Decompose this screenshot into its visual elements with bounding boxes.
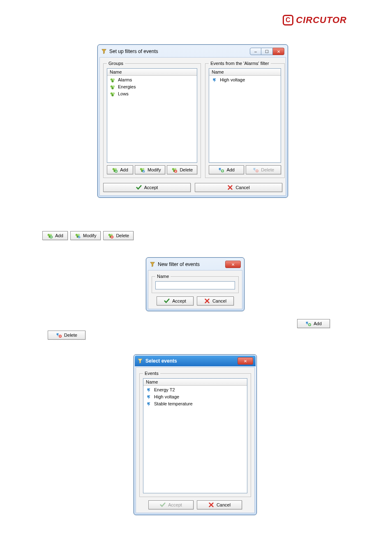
float-delete-button-wrap: Delete xyxy=(48,331,85,340)
window-maximize-button[interactable]: ☐ xyxy=(261,48,273,55)
groups-header[interactable]: Name xyxy=(107,69,197,76)
check-icon xyxy=(136,185,142,190)
svg-point-4 xyxy=(113,85,115,87)
name-fieldset: Name xyxy=(152,274,239,293)
svg-point-13 xyxy=(140,168,142,170)
new-filter-window: New filter of events ✕ Name Accept Cance… xyxy=(146,257,244,311)
funnel-icon xyxy=(101,49,107,54)
groups-fieldset: Groups Name Alarms Energies xyxy=(103,61,201,178)
window-title: Select events xyxy=(145,358,177,364)
cancel-button[interactable]: Cancel xyxy=(197,296,234,305)
cancel-button[interactable]: Cancel xyxy=(195,183,282,192)
event-icon xyxy=(146,401,152,407)
event-icon xyxy=(212,77,217,83)
list-item[interactable]: Energies xyxy=(109,83,195,90)
svg-point-8 xyxy=(111,94,113,96)
svg-point-0 xyxy=(111,78,113,80)
event-icon xyxy=(146,394,152,400)
events-add-icon xyxy=(305,321,311,326)
toolbar-buttons: Add Modify Delete xyxy=(42,231,134,240)
events-listbox[interactable]: Name High voltage xyxy=(209,68,281,163)
select-events-list-body: Energy T2 High voltage Stable temperatur… xyxy=(143,386,247,408)
svg-point-28 xyxy=(78,234,80,236)
list-item[interactable]: Lows xyxy=(109,90,195,97)
funnel-icon xyxy=(150,261,155,267)
add-icon xyxy=(47,233,53,238)
svg-point-23 xyxy=(48,234,50,236)
window-close-button[interactable]: ✕ xyxy=(225,261,241,268)
name-legend: Name xyxy=(155,274,171,279)
delete-icon xyxy=(108,233,113,238)
svg-point-10 xyxy=(115,168,117,170)
groups-delete-button[interactable]: Delete xyxy=(167,165,197,174)
groups-list-body: Alarms Energies Lows xyxy=(107,76,197,98)
svg-point-27 xyxy=(76,234,78,236)
delete-icon xyxy=(171,167,177,173)
svg-point-3 xyxy=(111,85,113,87)
svg-point-31 xyxy=(108,234,111,236)
group-icon xyxy=(110,84,115,90)
svg-point-5 xyxy=(111,87,113,89)
groups-add-button[interactable]: Add xyxy=(107,165,133,174)
accept-button[interactable]: Accept xyxy=(157,296,194,305)
svg-point-17 xyxy=(172,168,174,170)
funnel-icon xyxy=(137,358,143,364)
accept-button[interactable]: Accept xyxy=(103,183,191,192)
svg-point-1 xyxy=(113,78,115,80)
x-icon xyxy=(208,502,214,508)
svg-point-6 xyxy=(111,92,113,94)
brand-logo-mark: C xyxy=(283,15,293,25)
events-list-body: High voltage xyxy=(209,76,281,84)
add-icon xyxy=(112,167,118,173)
brand-logo: C CIRCUTOR xyxy=(283,15,347,25)
float-add-button[interactable]: Add xyxy=(297,319,330,328)
titlebar[interactable]: Select events ✕ xyxy=(135,356,256,366)
events-delete-icon xyxy=(253,167,258,173)
toolbar-modify-button[interactable]: Modify xyxy=(70,231,101,240)
titlebar[interactable]: New filter of events ✕ xyxy=(148,259,242,270)
svg-point-18 xyxy=(174,168,176,170)
check-icon xyxy=(164,298,170,304)
select-events-window: Select events ✕ Events Name Energy T2 Hi… xyxy=(134,354,257,515)
svg-point-24 xyxy=(50,234,52,236)
events-add-icon xyxy=(218,167,224,173)
window-title: Set up filters of events xyxy=(109,49,158,54)
select-events-header[interactable]: Name xyxy=(143,379,247,386)
list-item[interactable]: Alarms xyxy=(109,76,195,83)
cancel-button[interactable]: Cancel xyxy=(197,500,242,509)
toolbar-delete-button[interactable]: Delete xyxy=(103,231,134,240)
events-delete-button[interactable]: Delete xyxy=(246,165,281,174)
events-legend: Events from the 'Alarms' filter xyxy=(209,61,270,66)
float-add-button-wrap: Add xyxy=(297,319,330,328)
events-fieldset: Events Name Energy T2 High voltage Stabl… xyxy=(139,371,251,497)
modify-icon xyxy=(139,167,145,173)
select-events-listbox[interactable]: Name Energy T2 High voltage Stable tempe… xyxy=(143,378,247,493)
modify-icon xyxy=(75,233,81,238)
brand-logo-text: CIRCUTOR xyxy=(296,15,347,25)
window-close-button[interactable]: ✕ xyxy=(238,357,253,365)
svg-point-7 xyxy=(113,92,115,94)
events-delete-icon xyxy=(56,332,62,338)
list-item[interactable]: Stable temperature xyxy=(145,400,245,407)
groups-legend: Groups xyxy=(107,61,125,66)
x-icon xyxy=(204,298,210,304)
events-add-button[interactable]: Add xyxy=(209,165,244,174)
titlebar[interactable]: Set up filters of events – ☐ ✕ xyxy=(99,46,286,57)
group-icon xyxy=(110,77,115,83)
svg-point-2 xyxy=(111,80,113,82)
window-title: New filter of events xyxy=(158,261,200,267)
float-delete-button[interactable]: Delete xyxy=(48,331,85,340)
toolbar-add-button[interactable]: Add xyxy=(42,231,68,240)
window-close-button[interactable]: ✕ xyxy=(273,48,284,55)
name-input[interactable] xyxy=(155,281,235,289)
list-item[interactable]: Energy T2 xyxy=(145,386,245,393)
list-item[interactable]: High voltage xyxy=(211,76,279,83)
setup-filters-window: Set up filters of events – ☐ ✕ Groups Na… xyxy=(97,44,288,198)
groups-modify-button[interactable]: Modify xyxy=(135,165,165,174)
groups-listbox[interactable]: Name Alarms Energies Lows xyxy=(107,68,197,163)
list-item[interactable]: High voltage xyxy=(145,393,245,400)
window-minimize-button[interactable]: – xyxy=(250,48,261,55)
events-header[interactable]: Name xyxy=(209,69,281,76)
events-legend: Events xyxy=(143,371,160,376)
accept-button[interactable]: Accept xyxy=(148,500,194,509)
